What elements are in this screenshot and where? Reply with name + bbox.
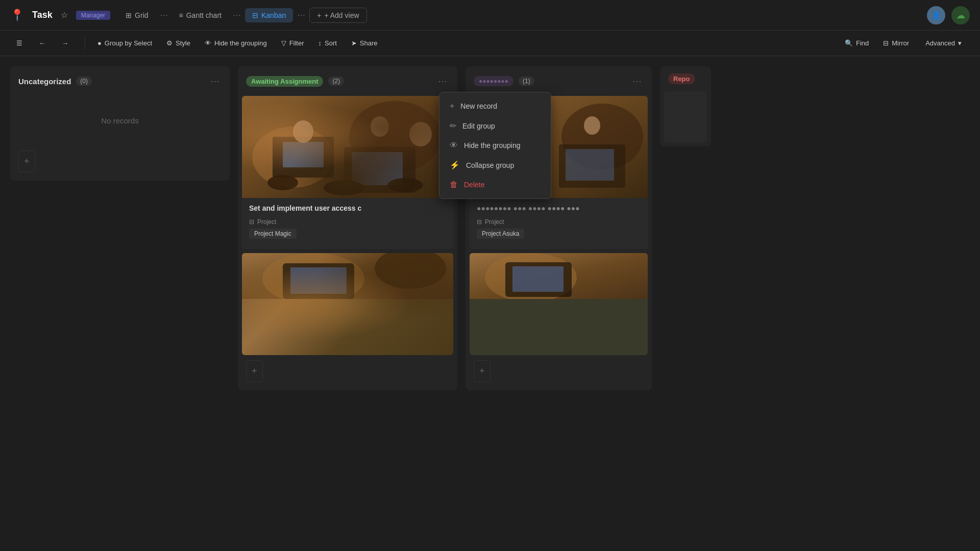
card-3-body: ●●●●●●●● ●●● ●●●● ●●●● ●●● ⊟ Project Pro… — [470, 198, 648, 249]
gantt-icon: ≡ — [179, 11, 183, 19]
column-menu-button-uncategorized[interactable]: ⋯ — [208, 73, 222, 89]
plus-icon-partial: + — [479, 366, 485, 377]
context-menu-hide-grouping[interactable]: 👁 Hide the grouping — [439, 136, 551, 155]
tab-kanban[interactable]: ⊟ Kanban — [245, 8, 293, 22]
eye-menu-icon: 👁 — [450, 141, 458, 150]
svg-point-14 — [262, 253, 364, 299]
menu-icon: ☰ — [16, 39, 22, 47]
new-record-icon: + — [450, 102, 454, 111]
gantt-tab-dots[interactable]: ⋯ — [231, 10, 243, 20]
svg-rect-16 — [283, 263, 354, 299]
collapse-icon: ⚡ — [450, 160, 460, 170]
forward-icon: → — [62, 39, 68, 47]
svg-point-12 — [387, 178, 423, 192]
card-2-image — [242, 253, 453, 355]
column-menu-button-partial[interactable]: ⋯ — [630, 73, 644, 89]
app-title: Task — [32, 10, 53, 20]
card-1[interactable]: Set and implement user access c ⊟ Projec… — [242, 96, 453, 249]
column-badge-repo: Repo — [668, 73, 695, 84]
svg-point-11 — [324, 180, 364, 195]
sort-button[interactable]: ↕ Sort — [312, 37, 343, 49]
avatar[interactable]: 👤 — [927, 6, 945, 24]
nav-controls: ☰ ← → — [10, 37, 75, 49]
kanban-tab-dots[interactable]: ⋯ — [295, 10, 307, 20]
star-icon[interactable]: ☆ — [61, 10, 68, 20]
card-2[interactable] — [242, 253, 453, 355]
add-record-button-awaiting[interactable]: + — [246, 360, 263, 382]
hide-grouping-button[interactable]: 👁 Hide the grouping — [199, 37, 273, 49]
grid-tab-dots[interactable]: ⋯ — [158, 10, 170, 20]
svg-point-24 — [584, 116, 600, 135]
mirror-button[interactable]: ⊟ Mirror — [877, 37, 915, 49]
column-header-awaiting: Awaiting Assignment (2) ⋯ — [238, 66, 457, 96]
find-button[interactable]: 🔍 Find — [839, 37, 875, 49]
add-record-button-uncategorized[interactable]: + — [18, 151, 35, 172]
no-records-uncategorized: No records — [10, 96, 230, 145]
context-menu-new-record[interactable]: + New record — [439, 96, 551, 116]
card-3-project-value: Project Asuka — [477, 229, 524, 239]
add-view-button[interactable]: + + Add view — [309, 8, 366, 23]
share-icon: ➤ — [351, 39, 357, 47]
svg-rect-26 — [566, 149, 614, 181]
toolbar: ☰ ← → ● Group by Select ⚙ Style 👁 Hide t… — [0, 31, 980, 56]
add-record-button-partial[interactable]: + — [474, 360, 491, 382]
avatar-area: 👤 ☁ — [927, 6, 970, 24]
plus-icon: + — [317, 11, 321, 19]
repo-card-placeholder — [664, 91, 707, 142]
project-icon-1: ⊟ — [249, 218, 254, 226]
group-by-button[interactable]: ● Group by Select — [91, 37, 158, 49]
column-count-uncategorized: (0) — [76, 77, 92, 86]
search-icon: 🔍 — [845, 39, 853, 47]
svg-point-10 — [267, 175, 298, 190]
filter-icon: ▽ — [281, 39, 286, 47]
card-1-project-value: Project Magic — [249, 229, 297, 239]
context-menu-collapse-group[interactable]: ⚡ Collapse group — [439, 155, 551, 175]
svg-point-1 — [252, 127, 334, 188]
eye-icon: 👁 — [205, 39, 211, 47]
view-tabs: ⊞ Grid ⋯ ≡ Gantt chart ⋯ ⊟ Kanban ⋯ + + … — [118, 8, 366, 23]
plus-icon-awaiting: + — [252, 366, 257, 377]
tab-grid[interactable]: ⊞ Grid — [118, 8, 155, 22]
column-title-uncategorized: Uncategorized — [18, 77, 71, 86]
advanced-button[interactable]: Advanced ▾ — [917, 37, 970, 49]
column-menu-button-awaiting[interactable]: ⋯ — [436, 73, 449, 89]
style-icon: ⚙ — [166, 39, 173, 47]
mirror-icon: ⊟ — [883, 39, 889, 47]
svg-rect-3 — [273, 137, 334, 178]
top-bar: 📍 Task ☆ Manager ⊞ Grid ⋯ ≡ Gantt chart … — [0, 0, 980, 31]
card-1-project-label: ⊟ Project — [249, 218, 446, 226]
cloud-icon[interactable]: ☁ — [951, 6, 970, 24]
card-3-project-label: ⊟ Project — [477, 218, 641, 226]
context-menu-delete[interactable]: 🗑 Delete — [439, 175, 551, 194]
chevron-down-icon: ▾ — [958, 39, 962, 47]
card-3-title: ●●●●●●●● ●●● ●●●● ●●●● ●●● — [477, 204, 641, 212]
card-4-image — [470, 253, 648, 355]
svg-point-15 — [375, 253, 446, 289]
share-button[interactable]: ➤ Share — [345, 37, 384, 49]
column-count-partial: (1) — [519, 77, 534, 86]
separator-1 — [85, 37, 85, 49]
svg-rect-30 — [512, 266, 564, 292]
app-icon: 📍 — [10, 9, 24, 22]
edit-icon: ✏ — [450, 121, 456, 131]
sort-icon: ↕ — [318, 39, 322, 47]
tab-gantt[interactable]: ≡ Gantt chart — [172, 8, 229, 22]
style-button[interactable]: ⚙ Style — [160, 37, 197, 49]
nav-menu-button[interactable]: ☰ — [10, 37, 29, 49]
card-4[interactable] — [470, 253, 648, 355]
column-badge-partial: ●●●●●●●● — [474, 76, 513, 86]
svg-point-2 — [349, 101, 441, 172]
delete-icon: 🗑 — [450, 180, 458, 189]
back-button[interactable]: ← — [33, 37, 52, 49]
toolbar-right: 🔍 Find ⊟ Mirror Advanced ▾ — [839, 37, 970, 49]
column-count-awaiting: (2) — [328, 77, 344, 86]
column-uncategorized: Uncategorized (0) ⋯ No records + — [10, 66, 230, 181]
plus-icon-uncategorized: + — [24, 156, 30, 167]
context-menu-edit-group[interactable]: ✏ Edit group — [439, 116, 551, 136]
filter-button[interactable]: ▽ Filter — [275, 37, 310, 49]
column-header-uncategorized: Uncategorized (0) ⋯ — [10, 66, 230, 96]
forward-button[interactable]: → — [56, 37, 75, 49]
card-1-body: Set and implement user access c ⊟ Projec… — [242, 198, 453, 249]
svg-rect-4 — [283, 142, 324, 167]
kanban-icon: ⊟ — [252, 11, 258, 19]
